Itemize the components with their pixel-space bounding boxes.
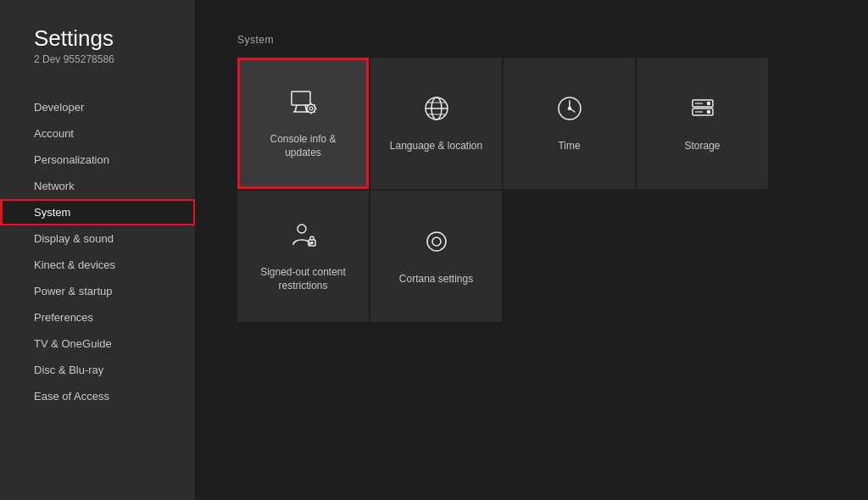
sidebar-item-developer[interactable]: Developer	[0, 94, 195, 120]
sidebar-item-preferences[interactable]: Preferences	[0, 304, 195, 331]
svg-point-32	[427, 232, 446, 251]
tile-time[interactable]: Time	[504, 58, 635, 189]
svg-point-22	[568, 108, 570, 110]
sidebar-item-kinect-devices[interactable]: Kinect & devices	[0, 252, 195, 278]
settings-subtitle: 2 Dev 955278586	[34, 53, 161, 65]
cortana-settings-icon	[421, 226, 452, 263]
tile-console-info-label: Console info &updates	[263, 133, 342, 159]
storage-icon	[687, 93, 718, 130]
tiles-row1: Console info &updates Language & locatio…	[237, 58, 826, 189]
svg-line-13	[314, 105, 314, 106]
tile-cortana-settings[interactable]: Cortana settings	[370, 191, 502, 322]
sidebar-nav: DeveloperAccountPersonalizationNetworkSy…	[0, 94, 195, 409]
signed-out-content-icon	[288, 219, 319, 256]
main-content: System	[195, 0, 868, 500]
sidebar-item-disc-bluray[interactable]: Disc & Blu-ray	[0, 357, 195, 383]
sidebar-item-network[interactable]: Network	[0, 173, 195, 199]
sidebar-item-power-startup[interactable]: Power & startup	[0, 278, 195, 304]
tiles-row2: Signed-out contentrestrictions Cortana s…	[237, 191, 826, 322]
svg-line-10	[307, 105, 308, 106]
tile-storage-label: Storage	[677, 140, 726, 153]
sidebar: Settings 2 Dev 955278586 DeveloperAccoun…	[0, 0, 195, 500]
svg-point-33	[432, 237, 441, 246]
language-location-icon	[421, 93, 452, 130]
tile-language-location[interactable]: Language & location	[370, 58, 502, 189]
empty-tile-1	[504, 191, 635, 322]
svg-rect-0	[292, 92, 310, 105]
tile-signed-out-content-label: Signed-out contentrestrictions	[253, 266, 353, 292]
sidebar-item-system[interactable]: System	[0, 199, 195, 225]
tile-console-info[interactable]: Console info &updates	[237, 58, 369, 189]
svg-point-25	[707, 103, 709, 105]
sidebar-header: Settings 2 Dev 955278586	[0, 25, 195, 86]
section-label: System	[237, 34, 826, 46]
empty-tile-2	[637, 191, 768, 322]
sidebar-item-display-sound[interactable]: Display & sound	[0, 225, 195, 252]
sidebar-item-ease-of-access[interactable]: Ease of Access	[0, 383, 195, 409]
svg-point-26	[707, 111, 709, 114]
tile-storage[interactable]: Storage	[637, 58, 768, 189]
tile-time-label: Time	[551, 140, 587, 153]
time-icon	[554, 93, 585, 130]
tile-cortana-settings-label: Cortana settings	[392, 273, 480, 286]
tile-language-location-label: Language & location	[383, 140, 489, 153]
sidebar-item-tv-oneguide[interactable]: TV & OneGuide	[0, 331, 195, 357]
svg-line-11	[314, 112, 314, 113]
sidebar-item-personalization[interactable]: Personalization	[0, 147, 195, 173]
settings-title: Settings	[34, 25, 161, 52]
sidebar-item-account[interactable]: Account	[0, 120, 195, 147]
svg-line-12	[307, 112, 308, 113]
svg-line-1	[295, 105, 297, 112]
svg-point-29	[298, 225, 306, 233]
console-info-icon	[288, 86, 319, 123]
svg-point-31	[311, 242, 313, 244]
tile-signed-out-content[interactable]: Signed-out contentrestrictions	[237, 191, 369, 322]
